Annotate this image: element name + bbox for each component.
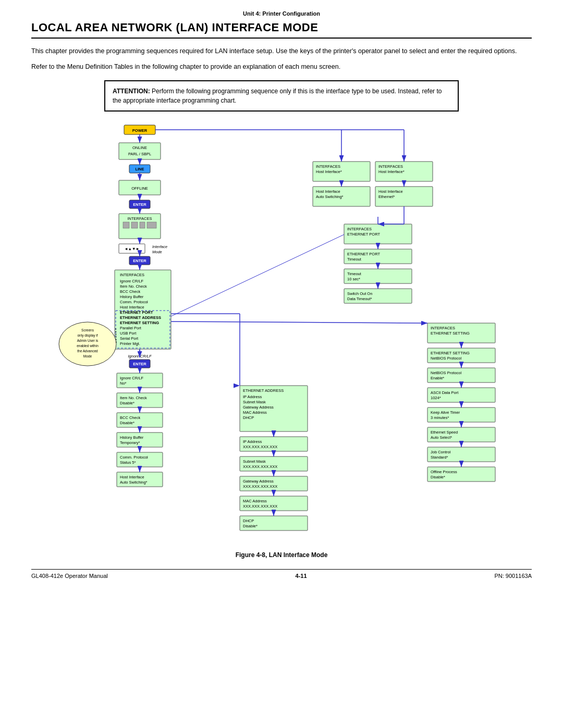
svg-rect-14 [123,222,129,228]
svg-text:Switch Out On: Switch Out On [347,291,372,296]
svg-text:Disable*: Disable* [243,524,258,528]
svg-text:BCC Check: BCC Check [120,289,140,294]
svg-text:Ignore CR/LF: Ignore CR/LF [120,279,143,283]
svg-text:ENTER: ENTER [133,362,146,366]
svg-text:only display if: only display if [77,334,97,338]
svg-text:Host Interface: Host Interface [378,189,403,194]
intro-para-1: This chapter provides the programming se… [31,46,532,56]
svg-text:enabled within: enabled within [77,344,99,348]
page-title: LOCAL AREA NETWORK (LAN) INTERFACE MODE [31,21,532,39]
svg-text:POWER: POWER [132,128,148,133]
svg-text:XXX.XXX.XXX.XXX: XXX.XXX.XXX.XXX [243,484,277,489]
svg-text:ETHERNET PORT: ETHERNET PORT [347,252,380,256]
svg-text:Host Interface*: Host Interface* [378,169,405,174]
svg-line-143 [171,322,427,323]
svg-rect-15 [131,222,138,228]
svg-text:INTERFACES: INTERFACES [120,273,144,277]
svg-text:Comm. Protocol: Comm. Protocol [120,300,148,304]
svg-text:Disable*: Disable* [431,475,445,479]
figure-caption: Figure 4-8, LAN Interface Mode [31,551,532,559]
svg-text:Host Interface: Host Interface [120,305,144,310]
svg-text:Host Interface*: Host Interface* [316,169,342,174]
svg-text:Job Control: Job Control [431,450,451,454]
svg-text:INTERFACES: INTERFACES [127,216,152,221]
svg-text:Printer Mgt.: Printer Mgt. [120,341,140,346]
svg-text:Auto Switching*: Auto Switching* [120,480,148,485]
svg-text:XXX.XXX.XXX.XXX: XXX.XXX.XXX.XXX [243,504,277,509]
svg-text:Mode: Mode [152,250,162,254]
svg-text:Admin User is: Admin User is [77,339,99,342]
svg-rect-17 [147,222,156,228]
svg-text:Enable*: Enable* [431,376,444,380]
svg-text:Item No. Check: Item No. Check [120,396,147,400]
svg-text:LINE: LINE [135,167,144,171]
svg-text:Ignore CR/LF: Ignore CR/LF [120,376,143,380]
page-footer: GL408-412e Operator Manual 4-11 PN: 9001… [31,569,532,579]
svg-text:Temporary*: Temporary* [120,440,140,445]
svg-text:Ethernet*: Ethernet* [378,194,395,199]
svg-text:PARL / SBPL: PARL / SBPL [128,152,151,156]
attention-label: ATTENTION: [113,88,150,95]
svg-text:Disable*: Disable* [120,421,134,425]
intro-para-2: Refer to the Menu Definition Tables in t… [31,61,532,72]
svg-text:Mode: Mode [83,354,92,358]
svg-text:No*: No* [120,381,127,386]
svg-text:USB Port: USB Port [120,331,137,336]
svg-text:the Advanced: the Advanced [77,349,98,353]
svg-text:NetBIOS Protocol: NetBIOS Protocol [431,356,462,361]
svg-text:ETHERNET SETTING: ETHERNET SETTING [431,351,470,355]
svg-text:ETHERNET SETTING: ETHERNET SETTING [431,331,470,336]
svg-text:BCC Check: BCC Check [120,415,140,420]
svg-text:Status 5*: Status 5* [120,460,136,465]
svg-text:Interface: Interface [152,244,167,249]
svg-text:Screens: Screens [81,328,94,332]
svg-text:ENTER: ENTER [133,258,146,263]
svg-text:Subnet Mask: Subnet Mask [243,400,266,404]
footer-center: 4-11 [108,573,495,579]
svg-text:Ethernet Speed: Ethernet Speed [431,430,458,435]
svg-text:DHCP: DHCP [243,415,254,420]
svg-rect-16 [140,222,145,228]
svg-line-145 [171,235,344,316]
svg-text:Auto Switching*: Auto Switching* [316,194,344,199]
svg-text:Parallel Port: Parallel Port [120,326,142,330]
svg-text:Standard*: Standard* [431,455,448,460]
svg-text:INTERFACES: INTERFACES [347,227,372,231]
footer-left: GL408-412e Operator Manual [31,573,108,579]
svg-text:10  sec*: 10 sec* [347,277,360,281]
svg-text:ETHERNET ADDRESS: ETHERNET ADDRESS [243,388,284,393]
svg-text:Comm. Protocol: Comm. Protocol [120,455,148,460]
svg-text:Auto Select*: Auto Select* [431,435,452,440]
svg-text:INTERFACES: INTERFACES [378,164,403,169]
footer-right: PN: 9001163A [494,573,532,579]
svg-text:Keep Alive Timer: Keep Alive Timer [431,410,460,415]
svg-text:ETHERNET ADDRESS: ETHERNET ADDRESS [120,315,161,320]
svg-text:Host Interface: Host Interface [120,475,144,479]
svg-text:Gateway Address: Gateway Address [243,405,274,410]
svg-text:INTERFACES: INTERFACES [431,326,455,330]
svg-text:MAC Address: MAC Address [243,410,267,415]
svg-text:◄▲▼►: ◄▲▼► [124,246,140,251]
svg-text:Disable*: Disable* [120,401,134,405]
svg-text:DHCP: DHCP [243,519,254,523]
page-header: Unit 4: Printer Configuration [31,10,532,17]
svg-text:Data Timeout*: Data Timeout* [347,297,372,301]
svg-text:Host Interface: Host Interface [316,189,340,194]
svg-text:XXX.XXX.XXX.XXX: XXX.XXX.XXX.XXX [243,464,277,469]
svg-text:ONLINE: ONLINE [132,145,147,150]
svg-text:IP Address: IP Address [243,394,262,399]
svg-text:1024*: 1024* [431,396,441,400]
svg-text:ETHERNET SETTING: ETHERNET SETTING [120,320,159,325]
svg-text:ENTER: ENTER [133,202,146,207]
svg-text:History Buffer: History Buffer [120,435,144,440]
svg-text:ETHERNET PORT: ETHERNET PORT [347,232,380,237]
attention-box: ATTENTION: Perform the following program… [104,80,459,112]
svg-text:Offline Process: Offline Process [431,470,457,474]
svg-text:Serial Port: Serial Port [120,336,139,341]
svg-text:NetBIOS Protocol: NetBIOS Protocol [431,371,462,375]
svg-text:MAC Address: MAC Address [243,499,267,503]
svg-text:Gateway Address: Gateway Address [243,479,274,484]
svg-text:INTERFACES: INTERFACES [316,164,340,169]
svg-text:Item No. Check: Item No. Check [120,284,147,289]
svg-text:History Buffer: History Buffer [120,294,144,299]
